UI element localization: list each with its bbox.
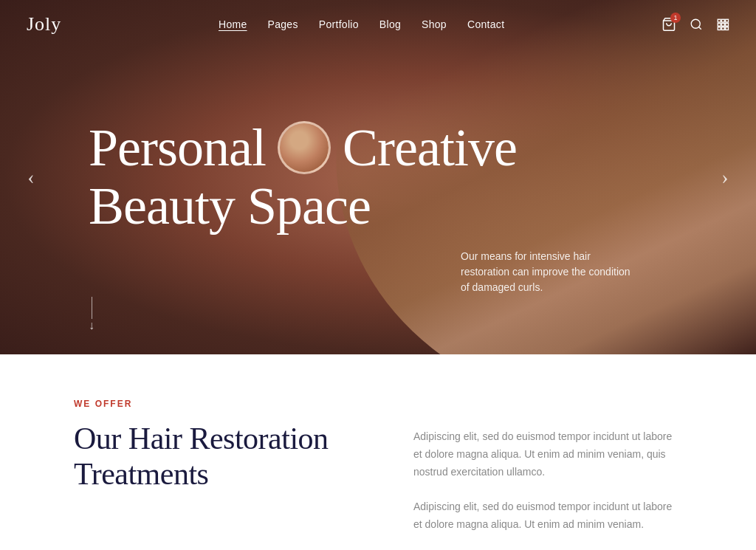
- hero-subtitle: Our means for intensive hair restoration…: [461, 249, 638, 295]
- svg-rect-5: [726, 19, 729, 22]
- svg-rect-9: [718, 27, 721, 30]
- logo: Joly: [27, 13, 61, 35]
- main-nav: Home Pages Portfolio Blog Shop Contact: [219, 18, 504, 30]
- hero-title: Personal Creative Beauty Space: [89, 119, 664, 236]
- hero-title-part2: Creative: [343, 119, 517, 177]
- hero-title-line2: Beauty Space: [89, 177, 664, 236]
- nav-item-shop[interactable]: Shop: [422, 18, 447, 30]
- search-icon[interactable]: [690, 18, 703, 31]
- section-title: Our Hair Restoration Treatments: [74, 421, 354, 492]
- content-left: WE OFFER Our Hair Restoration Treatments: [74, 399, 354, 492]
- prev-slide-button[interactable]: ‹: [15, 161, 47, 193]
- content-paragraph-2: Adipiscing elit, sed do euismod tempor i…: [413, 498, 682, 534]
- svg-rect-7: [722, 24, 725, 27]
- nav-item-portfolio[interactable]: Portfolio: [319, 18, 359, 30]
- cart-badge: 1: [670, 13, 681, 23]
- svg-rect-11: [726, 27, 729, 30]
- nav-item-blog[interactable]: Blog: [379, 18, 401, 30]
- svg-rect-10: [722, 27, 725, 30]
- nav-item-contact[interactable]: Contact: [467, 18, 504, 30]
- section-eyebrow: WE OFFER: [74, 399, 354, 409]
- hero-section: ‹ › ↓ Personal Creative Beauty Space Our…: [0, 0, 756, 354]
- svg-rect-6: [718, 24, 721, 27]
- nav-item-home[interactable]: Home: [219, 18, 247, 30]
- next-slide-button[interactable]: ›: [709, 161, 741, 193]
- header: Joly Home Pages Portfolio Blog Shop Cont…: [0, 0, 756, 49]
- content-paragraph-1: Adipiscing elit, sed do euismod tempor i…: [413, 428, 682, 481]
- svg-rect-4: [722, 19, 725, 22]
- header-icons: 1: [662, 17, 729, 32]
- svg-line-2: [698, 27, 701, 29]
- content-section: WE OFFER Our Hair Restoration Treatments…: [0, 354, 756, 550]
- hero-title-part1: Personal: [89, 119, 266, 177]
- hero-oval-thumbnail: [278, 121, 331, 174]
- content-right: Adipiscing elit, sed do euismod tempor i…: [413, 399, 682, 534]
- nav-item-pages[interactable]: Pages: [268, 18, 298, 30]
- svg-point-1: [691, 19, 700, 28]
- cart-icon[interactable]: 1: [662, 17, 676, 32]
- hero-content: Personal Creative Beauty Space: [0, 0, 756, 354]
- svg-rect-3: [718, 19, 721, 22]
- grid-icon[interactable]: [716, 18, 729, 31]
- hero-oval-inner: [280, 123, 329, 172]
- svg-rect-8: [726, 24, 729, 27]
